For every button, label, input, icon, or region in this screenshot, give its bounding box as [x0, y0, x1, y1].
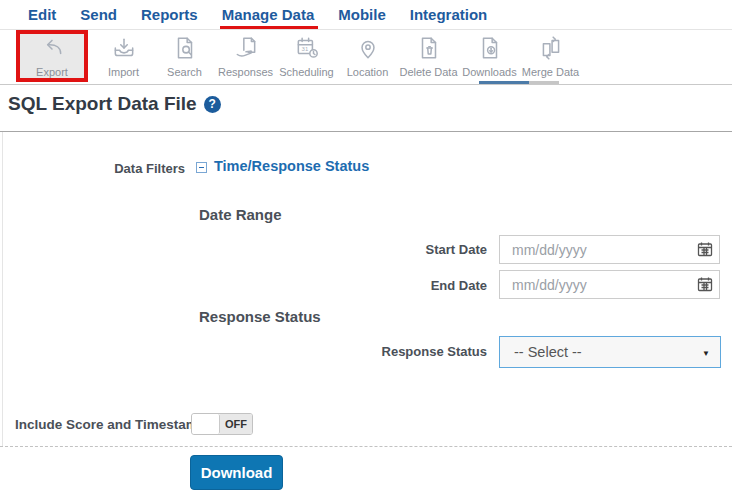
- scrollbar-track: [529, 81, 559, 84]
- toolbar-item-label: Responses: [218, 66, 273, 78]
- toolbar-item-label: Delete Data: [399, 66, 457, 78]
- sql-export-page: Edit Send Reports Manage Data Mobile Int…: [0, 0, 732, 495]
- toolbar-item-label: Location: [347, 66, 389, 78]
- page-header: SQL Export Data File ?: [8, 93, 221, 115]
- toolbar-item-merge-data[interactable]: Merge Data: [520, 30, 581, 78]
- start-date-field: [499, 235, 720, 264]
- toolbar-item-label: Scheduling: [279, 66, 333, 78]
- scrollbar-thumb[interactable]: [479, 81, 529, 84]
- main-menu: Edit Send Reports Manage Data Mobile Int…: [0, 0, 732, 30]
- scheduling-icon: 31: [294, 35, 320, 65]
- import-icon: [111, 35, 137, 65]
- response-status-label: Response Status: [0, 344, 487, 359]
- toolbar-item-label: Downloads: [462, 66, 516, 78]
- menu-item-mobile[interactable]: Mobile: [338, 6, 386, 23]
- response-status-selected-value: -- Select --: [514, 344, 582, 360]
- chevron-down-icon: ▼: [702, 349, 710, 358]
- toolbar-item-label: Merge Data: [522, 66, 579, 78]
- svg-text:31: 31: [301, 46, 308, 52]
- menu-item-send[interactable]: Send: [80, 6, 117, 23]
- manage-data-toolbar: Export Import Search Responses 31 Schedu…: [0, 30, 732, 85]
- help-icon[interactable]: ?: [204, 96, 221, 113]
- calendar-icon[interactable]: [697, 276, 713, 292]
- toolbar-item-export[interactable]: Export: [16, 30, 88, 82]
- include-score-toggle[interactable]: OFF: [191, 413, 253, 435]
- toolbar-item-delete-data[interactable]: Delete Data: [398, 30, 459, 78]
- download-button[interactable]: Download: [190, 455, 283, 490]
- start-date-label: Start Date: [0, 242, 487, 257]
- start-date-input[interactable]: [499, 235, 720, 264]
- location-icon: [355, 35, 381, 65]
- include-score-label: Include Score and Timestamp: [15, 417, 206, 432]
- toolbar-item-label: Export: [36, 66, 68, 78]
- responses-icon: [233, 35, 259, 65]
- downloads-icon: [477, 35, 503, 65]
- toolbar-item-scheduling[interactable]: 31 Scheduling: [276, 30, 337, 78]
- toolbar-item-label: Search: [167, 66, 202, 78]
- menu-item-manage-data[interactable]: Manage Data: [222, 6, 315, 23]
- toolbar-item-label: Import: [108, 66, 139, 78]
- toggle-knob: [192, 414, 220, 434]
- end-date-label: End Date: [0, 278, 487, 293]
- export-icon: [39, 35, 65, 65]
- minus-square-icon[interactable]: [196, 162, 207, 173]
- delete-data-icon: [416, 35, 442, 65]
- response-status-select[interactable]: -- Select -- ▼: [499, 336, 721, 368]
- toolbar-item-search[interactable]: Search: [154, 30, 215, 78]
- merge-data-icon: [538, 35, 564, 65]
- menu-item-reports[interactable]: Reports: [141, 6, 198, 23]
- response-status-heading: Response Status: [199, 308, 321, 325]
- data-filters-label: Data Filters: [0, 161, 185, 176]
- menu-item-edit[interactable]: Edit: [28, 6, 56, 23]
- menu-item-integration[interactable]: Integration: [410, 6, 488, 23]
- toolbar-item-import[interactable]: Import: [93, 30, 154, 78]
- date-range-heading: Date Range: [199, 206, 282, 223]
- search-icon: [172, 35, 198, 65]
- toolbar-item-location[interactable]: Location: [337, 30, 398, 78]
- export-form-panel: Data Filters Time/Response Status Date R…: [0, 131, 732, 447]
- toolbar-item-downloads[interactable]: Downloads: [459, 30, 520, 78]
- end-date-field: [499, 270, 720, 299]
- page-title: SQL Export Data File: [8, 93, 197, 115]
- toolbar-scrollbar[interactable]: [479, 81, 559, 84]
- toggle-state-label: OFF: [220, 414, 252, 434]
- calendar-icon[interactable]: [697, 241, 713, 257]
- toolbar-item-responses[interactable]: Responses: [215, 30, 276, 78]
- end-date-input[interactable]: [499, 270, 720, 299]
- time-response-status-link[interactable]: Time/Response Status: [214, 158, 369, 174]
